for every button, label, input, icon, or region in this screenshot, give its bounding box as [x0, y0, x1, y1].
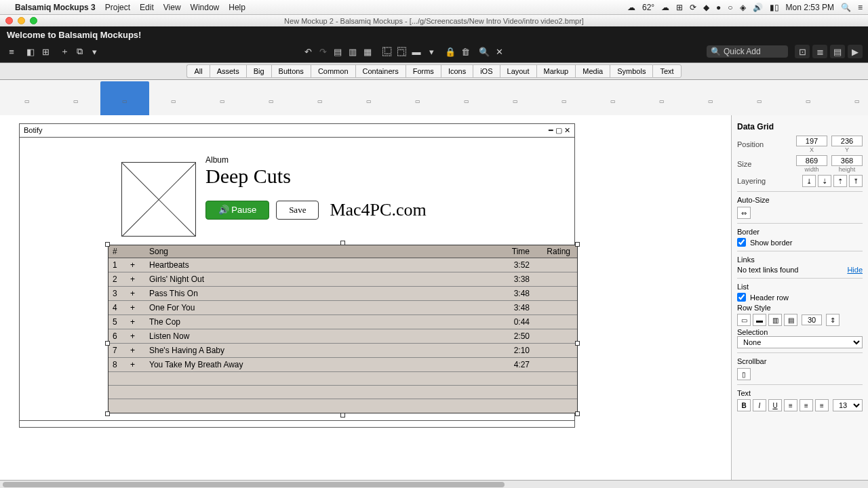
layer-forward-icon[interactable]: ⇡ [833, 175, 847, 187]
table-row[interactable]: 1+Heartbeats3:52 [108, 258, 577, 272]
zoom-icon[interactable]: 🔍 [478, 45, 490, 58]
rowstyle-4-icon[interactable]: ▤ [784, 314, 797, 326]
tool-a-icon[interactable]: ▤ [332, 45, 344, 58]
tab-icons[interactable]: Icons [441, 64, 473, 78]
view-mode-a-icon[interactable]: ⊡ [795, 45, 810, 58]
view-mode-c-icon[interactable]: ▤ [830, 45, 845, 58]
app-name[interactable]: Balsamiq Mockups 3 [15, 3, 96, 12]
duplicate-icon[interactable]: ⧉ [73, 45, 85, 58]
notification-center-icon[interactable]: ≡ [858, 3, 863, 12]
selection-handle[interactable] [105, 242, 110, 247]
menu-help[interactable]: Help [229, 3, 245, 12]
mock-window[interactable]: Botify ━ ▢ ✕ Album Deep Cuts 🔊 Pause Sav… [19, 123, 575, 428]
width-input[interactable] [796, 155, 827, 166]
selection-handle[interactable] [575, 242, 580, 247]
add-icon[interactable]: ＋ [58, 45, 71, 58]
selection-handle[interactable] [575, 341, 580, 346]
tab-containers[interactable]: Containers [355, 64, 406, 78]
undo-icon[interactable]: ↶ [302, 45, 314, 58]
table-row[interactable]: 7+She's Having A Baby2:10 [108, 344, 577, 358]
autosize-button[interactable]: ⇔ [737, 207, 751, 219]
rowstyle-3-icon[interactable]: ▥ [768, 314, 782, 326]
crop-icon[interactable]: ✕ [493, 45, 505, 58]
align-left-icon[interactable]: ≡ [784, 399, 797, 411]
hide-link[interactable]: Hide [847, 266, 863, 274]
tab-forms[interactable]: Forms [406, 64, 441, 78]
font-size-select[interactable]: 13 [833, 399, 863, 411]
scrollbar-toggle[interactable]: ▯ [737, 368, 751, 380]
tab-common[interactable]: Common [311, 64, 355, 78]
align-right-icon[interactable]: ≡ [815, 399, 829, 411]
search-icon[interactable]: 🔍 [841, 3, 851, 12]
row-height-input[interactable] [802, 314, 822, 325]
present-icon[interactable]: ▶ [848, 45, 863, 58]
table-row[interactable]: 6+Listen Now2:50 [108, 329, 577, 344]
lock-icon[interactable]: 🔒 [444, 45, 456, 58]
layer-icon[interactable]: ▬ [410, 45, 422, 58]
close-window-icon[interactable] [5, 17, 13, 24]
panel-grid-icon[interactable]: ⊞ [39, 45, 52, 58]
pause-button[interactable]: 🔊 Pause [205, 201, 269, 220]
layer-back-icon[interactable]: ⤓ [802, 175, 816, 187]
table-row[interactable]: 5+The Cop0:44 [108, 315, 577, 329]
selection-handle[interactable] [575, 411, 580, 416]
table-row[interactable]: 8+You Take My Breath Away4:27 [108, 358, 577, 372]
italic-icon[interactable]: I [753, 399, 766, 411]
tab-markup[interactable]: Markup [536, 64, 576, 78]
horizontal-scrollbar[interactable] [0, 480, 868, 488]
chevron-down-icon[interactable]: ▾ [88, 45, 100, 58]
tab-ios[interactable]: iOS [473, 64, 499, 78]
selection-handle[interactable] [340, 413, 345, 418]
menu-window[interactable]: Window [191, 3, 220, 12]
canvas[interactable]: Botify ━ ▢ ✕ Album Deep Cuts 🔊 Pause Sav… [0, 115, 731, 480]
table-row[interactable]: 2+Girls' Night Out3:38 [108, 272, 577, 287]
tab-buttons[interactable]: Buttons [271, 64, 311, 78]
dropdown-icon[interactable]: ▾ [425, 45, 437, 58]
rowstyle-2-icon[interactable]: ▬ [753, 314, 766, 326]
align-center-icon[interactable]: ≡ [800, 399, 813, 411]
layer-front-icon[interactable]: ⤒ [849, 175, 863, 187]
trash-icon[interactable]: 🗑 [459, 45, 471, 58]
selection-handle[interactable] [105, 341, 110, 346]
table-row[interactable]: 4+One For You3:48 [108, 301, 577, 315]
menu-edit[interactable]: Edit [140, 3, 154, 12]
menu-icon[interactable]: ≡ [5, 45, 18, 58]
mock-close-icon[interactable]: ✕ [564, 126, 570, 135]
tool-c-icon[interactable]: ▦ [361, 45, 374, 58]
menu-project[interactable]: Project [105, 3, 130, 12]
tab-layout[interactable]: Layout [500, 64, 536, 78]
tab-big[interactable]: Big [246, 64, 271, 78]
mock-minimize-icon[interactable]: ━ [549, 126, 555, 135]
row-height-stepper[interactable]: ⇕ [826, 314, 840, 326]
album-image-placeholder[interactable] [121, 162, 196, 237]
height-input[interactable] [831, 155, 863, 166]
selection-select[interactable]: None [737, 336, 863, 348]
view-mode-b-icon[interactable]: ≣ [812, 45, 827, 58]
pos-y-input[interactable] [831, 136, 863, 146]
redo-icon[interactable]: ↷ [317, 45, 329, 58]
minimize-window-icon[interactable] [18, 17, 25, 24]
rowstyle-1-icon[interactable]: ▭ [737, 314, 751, 326]
mock-maximize-icon[interactable]: ▢ [555, 126, 564, 135]
bold-icon[interactable]: B [737, 399, 751, 411]
tab-media[interactable]: Media [575, 64, 610, 78]
header-row-checkbox[interactable]: Header row [737, 293, 863, 302]
tab-symbols[interactable]: Symbols [610, 64, 652, 78]
selection-handle[interactable] [105, 411, 110, 416]
group-icon[interactable]: ⿺ [380, 45, 393, 58]
panel-left-icon[interactable]: ◧ [24, 45, 37, 58]
save-button[interactable]: Save [276, 201, 319, 220]
tab-all[interactable]: All [186, 64, 209, 78]
zoom-window-icon[interactable] [30, 17, 37, 24]
data-grid[interactable]: # Song Time Rating 1+Heartbeats3:522+Gir… [108, 245, 578, 413]
ungroup-icon[interactable]: ⿹ [395, 45, 408, 58]
tab-text[interactable]: Text [652, 64, 681, 78]
underline-icon[interactable]: U [768, 399, 782, 411]
quick-add-input[interactable]: 🔍 Quick Add [707, 45, 788, 58]
show-border-checkbox[interactable]: Show border [737, 238, 863, 247]
layer-backward-icon[interactable]: ⇣ [818, 175, 831, 187]
menu-view[interactable]: View [163, 3, 181, 12]
pos-x-input[interactable] [796, 136, 827, 146]
tool-b-icon[interactable]: ▥ [347, 45, 359, 58]
selection-handle[interactable] [340, 241, 345, 245]
